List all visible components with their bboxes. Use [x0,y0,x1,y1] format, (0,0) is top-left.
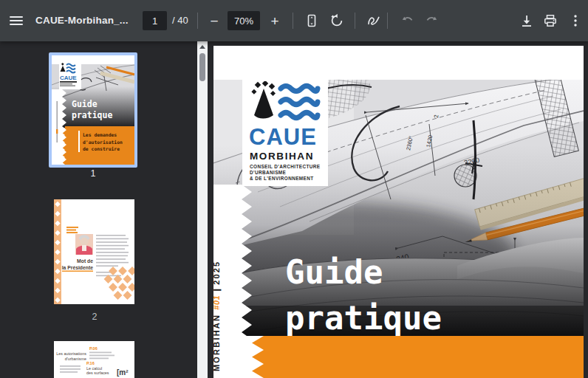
document-title: CAUE-Morbihan_... [35,0,129,41]
thumbnail-page-3[interactable]: P.06 Les autorisations d'urbanisme P.16 … [54,341,134,378]
cover-orange-banner [252,336,584,378]
scrollbar-up-arrow[interactable] [197,41,208,52]
logo-acronym: CAUE [249,124,317,151]
toolbar-divider [293,13,293,29]
thumb1-banner-line3: de construire [83,146,120,152]
logo-region: MORBIHAN [250,151,314,162]
logo-subtitle-line: CONSEIL D'ARCHITECTURE [250,164,320,170]
wave-lines [281,86,318,118]
thumb3-title2-line1: Le calcul [86,366,102,371]
page-count-label: / 40 [172,0,188,41]
sidebar-scrollbar-track[interactable] [197,41,208,378]
thumb3-title1-line2: d'urbanisme [65,357,86,361]
thumb3-formula: [m² [117,368,129,377]
document-viewport[interactable]: 2360° 1420 2 3200 max 240 800 6 5 2160 [208,41,588,378]
draw-squiggle-icon [366,13,381,28]
thumb1-banner-line2: d'autorisation [83,140,123,145]
redo-icon [424,13,439,28]
caue-logo-art [250,81,321,124]
thumb2-heading-line1: Mot de [77,258,93,264]
thumb1-title-line1: Guide [72,99,98,109]
logo-subtitle-line: & DE L'ENVIRONNEMENT [250,176,320,182]
annotate-button[interactable] [362,9,386,32]
download-button[interactable] [515,9,539,32]
thumbnail-1-label: 1 [49,168,137,179]
spine-issue: #01 [213,295,221,310]
logo-subtitle: CONSEIL D'ARCHITECTURE D'URBANISME & DE … [250,164,320,182]
thumbnail-1-preview: CAUE Guide pratique Les demandes d'autor… [52,55,134,165]
hamburger-icon [9,13,24,28]
toolbar: CAUE-Morbihan_... / 40 − + [0,0,588,41]
redo-button[interactable] [420,9,443,32]
thumb3-page-ref-1: P.06 [89,346,98,351]
print-button[interactable] [539,9,562,32]
more-options-button[interactable] [564,9,587,32]
page-1-canvas: 2360° 1420 2 3200 max 240 800 6 5 2160 [213,46,584,378]
toolbar-divider [197,13,198,29]
thumb3-page-ref-2: P.16 [86,361,95,365]
thumbnail-3-preview: P.06 Les autorisations d'urbanisme P.16 … [54,341,134,378]
zoom-level-input[interactable] [228,11,260,30]
zoom-in-button[interactable]: + [263,9,287,32]
zoom-out-button[interactable]: − [202,9,226,32]
fit-to-page-button[interactable] [300,9,324,32]
thumbnail-2-label: 2 [50,312,139,322]
print-icon [543,13,558,28]
thumb1-logo-acronym: CAUE [60,75,77,81]
undo-button[interactable] [396,9,420,32]
spine-separator: ❙ [213,285,221,295]
cover-title-line2: pratique [285,299,442,337]
caue-logo: CAUE MORBIHAN CONSEIL D'ARCHITECTURE D'U… [242,61,328,186]
sidebar-scrollbar-thumb[interactable] [199,53,205,81]
thumb1-title-line2: pratique [72,110,112,120]
rotate-button[interactable] [325,9,349,32]
download-icon [519,13,534,28]
pdf-viewer-app: CAUE-Morbihan_... / 40 − + [0,0,588,378]
thumb3-title2-line2: des surfaces [86,371,109,375]
undo-icon [400,13,415,28]
menu-button[interactable] [4,9,28,32]
thumbnail-page-2[interactable]: Mot de la Présidente [54,199,134,304]
thumb2-heading-line2: la Présidente [62,265,94,270]
toolbar-divider [387,13,388,29]
spine-text: MORBIHAN #01 ❙ 2025 [213,261,221,371]
rotate-ccw-icon [329,13,344,28]
fit-page-icon [304,13,319,28]
spine-region: MORBIHAN [213,310,221,371]
thumb1-banner-line1: Les demandes [83,132,117,138]
thumbnail-page-1[interactable]: CAUE Guide pratique Les demandes d'autor… [49,52,137,168]
kebab-menu-icon [568,13,583,28]
page-number-input[interactable] [143,11,167,30]
thumb3-title1-line1: Les autorisations [56,351,86,356]
logo-subtitle-line: D'URBANISME [250,170,320,176]
ermine-symbol [251,81,276,119]
toolbar-divider [355,13,355,29]
thumbnail-sidebar: CAUE Guide pratique Les demandes d'autor… [0,41,208,378]
cover-title-line1: Guide [285,253,383,291]
spine-year: 2025 [213,261,221,285]
thumbnail-2-preview: Mot de la Présidente [54,199,134,304]
